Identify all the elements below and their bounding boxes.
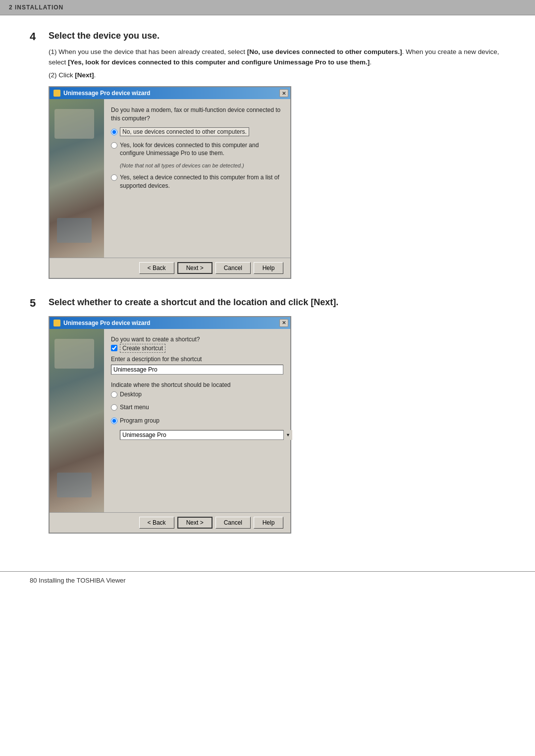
step4-section: 4 Select the device you use. (1) When yo… xyxy=(30,30,505,279)
dialog1-cancel-button[interactable]: Cancel xyxy=(215,262,251,274)
dialog2-radio-desktop[interactable] xyxy=(111,391,117,398)
step4-body: (1) When you use the device that has bee… xyxy=(49,47,505,279)
dialog2-image xyxy=(50,329,104,512)
dialog1-option3: Yes, select a device connected to this c… xyxy=(111,173,283,190)
dialog1-next-button[interactable]: Next > xyxy=(177,262,213,274)
dialog1-question: Do you have a modem, fax or multi-functi… xyxy=(111,106,283,123)
dialog2-next-button[interactable]: Next > xyxy=(177,517,213,529)
dialog2-location-label: Indicate where the shortcut should be lo… xyxy=(111,381,283,388)
dialog2-checkbox[interactable] xyxy=(111,345,117,351)
dialog2-footer: < Back Next > Cancel Help xyxy=(50,512,290,533)
dialog1-close-button[interactable]: ✕ xyxy=(279,89,288,97)
dialog2-title-text: Unimessage Pro device wizard xyxy=(63,320,150,326)
step4-instruction-1: (1) When you use the device that has bee… xyxy=(49,47,505,67)
dialog1-image xyxy=(50,99,104,258)
step5-number: 5 xyxy=(30,297,46,310)
dialog2-title: Unimessage Pro device wizard xyxy=(54,320,150,326)
dialog2-checkbox-label: Create shortcut xyxy=(120,345,165,352)
step4-instruction-2: (2) Click [Next]. xyxy=(49,70,505,80)
dialog1-note: (Note that not all types of devices can … xyxy=(120,162,283,168)
dialog2-back-button[interactable]: < Back xyxy=(139,517,174,529)
dialog2-question: Do you want to create a shortcut? xyxy=(111,336,283,343)
dialog2-close-button[interactable]: ✕ xyxy=(279,319,288,327)
step5-section: 5 Select whether to create a shortcut an… xyxy=(30,297,505,533)
dialog1-titlebar: Unimessage Pro device wizard ✕ xyxy=(50,87,290,99)
dialog2-location-startmenu: Start menu xyxy=(111,403,283,412)
dialog1-option1: No, use devices connected to other compu… xyxy=(111,128,283,136)
dialog2-checkbox-label-box: Create shortcut xyxy=(120,344,165,353)
dialog1-option1-label: No, use devices connected to other compu… xyxy=(120,128,249,136)
dialog1-back-button[interactable]: < Back xyxy=(139,262,174,274)
section-header: 2 INSTALLATION xyxy=(0,0,535,15)
dialog2-titlebar: Unimessage Pro device wizard ✕ xyxy=(50,317,290,329)
step5-dialog: Unimessage Pro device wizard ✕ Do you wa… xyxy=(49,316,291,534)
dialog2-icon xyxy=(54,320,60,326)
dialog2-programgroup-select[interactable]: Unimessage Pro xyxy=(120,430,292,440)
dialog2-help-button[interactable]: Help xyxy=(254,517,283,529)
step5-header: 5 Select whether to create a shortcut an… xyxy=(30,297,505,310)
dialog1-radio3[interactable] xyxy=(111,174,117,181)
dialog2-programgroup-select-wrapper: Unimessage Pro ▼ xyxy=(120,430,292,440)
footer: 80 Installing the TOSHIBA Viewer xyxy=(0,572,535,589)
step4-dialog: Unimessage Pro device wizard ✕ Do you ha… xyxy=(49,86,291,279)
step5-title: Select whether to create a shortcut and … xyxy=(49,297,338,308)
main-content: 4 Select the device you use. (1) When yo… xyxy=(0,15,535,566)
dialog2-startmenu-label: Start menu xyxy=(120,403,149,412)
dialog2-programgroup-label: Program group xyxy=(120,417,160,425)
dialog2-location-desktop: Desktop xyxy=(111,390,283,399)
step4-title: Select the device you use. xyxy=(49,30,160,42)
dialog2-body: Do you want to create a shortcut? Create… xyxy=(50,329,290,512)
dialog1-footer: < Back Next > Cancel Help xyxy=(50,258,290,278)
dialog1-content: Do you have a modem, fax or multi-functi… xyxy=(104,99,290,258)
dialog2-radio-startmenu[interactable] xyxy=(111,404,117,411)
step4-number: 4 xyxy=(30,30,46,43)
dialog2-radio-programgroup[interactable] xyxy=(111,418,117,424)
dialog2-cancel-button[interactable]: Cancel xyxy=(215,517,251,529)
step5-body: Unimessage Pro device wizard ✕ Do you wa… xyxy=(49,316,505,534)
dialog1-title: Unimessage Pro device wizard xyxy=(54,90,150,97)
dialog1-option2: Yes, look for devices connected to this … xyxy=(111,141,283,158)
dialog1-option2-label: Yes, look for devices connected to this … xyxy=(120,141,283,158)
dialog2-content: Do you want to create a shortcut? Create… xyxy=(104,329,290,512)
dialog1-icon xyxy=(54,90,60,97)
dialog1-option3-label: Yes, select a device connected to this c… xyxy=(120,173,283,190)
section-label: 2 INSTALLATION xyxy=(9,4,63,11)
dialog2-checkbox-row: Create shortcut xyxy=(111,345,283,352)
dialog1-radio1[interactable] xyxy=(111,129,117,135)
dialog2-desc-label: Enter a description for the shortcut xyxy=(111,356,283,363)
dialog1-body: Do you have a modem, fax or multi-functi… xyxy=(50,99,290,258)
footer-page-text: 80 Installing the TOSHIBA Viewer xyxy=(30,577,126,584)
dialog1-title-text: Unimessage Pro device wizard xyxy=(63,90,150,97)
dialog1-option1-box: No, use devices connected to other compu… xyxy=(120,127,249,136)
step4-header: 4 Select the device you use. xyxy=(30,30,505,43)
dialog2-desktop-label: Desktop xyxy=(120,390,142,399)
dialog1-help-button[interactable]: Help xyxy=(254,262,283,274)
dialog1-radio2[interactable] xyxy=(111,142,117,149)
dialog2-location-programgroup: Program group xyxy=(111,417,283,425)
dialog2-desc-input[interactable] xyxy=(111,365,283,375)
